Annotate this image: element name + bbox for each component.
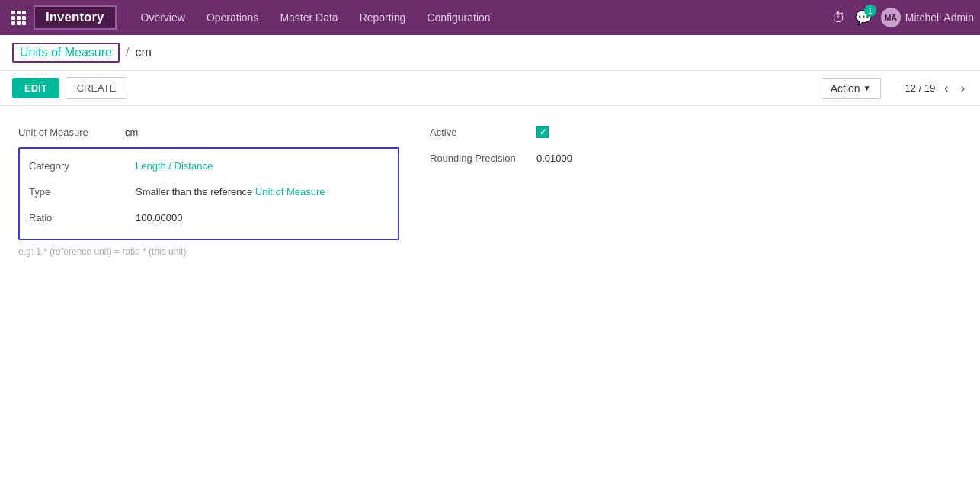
form-right: Active Rounding Precision 0.01000 — [430, 121, 962, 257]
form-content: Unit of Measure cm Category Length / Dis… — [0, 106, 980, 272]
svg-rect-8 — [22, 21, 26, 25]
breadcrumb: Units of Measure / cm — [0, 35, 980, 71]
unit-of-measure-label: Unit of Measure — [18, 127, 125, 138]
grid-menu-icon[interactable] — [6, 5, 30, 30]
ratio-value: 100.00000 — [136, 212, 182, 223]
rounding-precision-row: Rounding Precision 0.01000 — [430, 147, 962, 169]
nav-operations[interactable]: Operations — [197, 7, 267, 28]
svg-rect-1 — [17, 11, 21, 14]
pagination-text: 12 / 19 — [905, 82, 936, 94]
action-dropdown[interactable]: Action ▼ — [821, 78, 881, 99]
svg-rect-3 — [11, 16, 15, 20]
hint-text: e.g: 1 * (reference unit) = ratio * (thi… — [18, 246, 399, 257]
unit-of-measure-row: Unit of Measure cm — [18, 121, 399, 143]
avatar: MA — [881, 8, 901, 27]
main-nav: Overview Operations Master Data Reportin… — [132, 7, 832, 28]
action-label: Action — [831, 82, 860, 95]
type-value: Smaller than the reference Unit of Measu… — [136, 186, 325, 198]
category-value[interactable]: Length / Distance — [136, 160, 213, 172]
rounding-precision-label: Rounding Precision — [430, 153, 536, 164]
nav-master-data[interactable]: Master Data — [271, 7, 347, 28]
clock-icon[interactable]: ⏱ — [832, 10, 846, 26]
breadcrumb-parent[interactable]: Units of Measure — [12, 43, 120, 63]
chevron-down-icon: ▼ — [863, 84, 871, 92]
navbar-right: ⏱ 💬 1 MA Mitchell Admin — [832, 8, 974, 27]
chat-badge: 1 — [864, 5, 876, 17]
category-row: Category Length / Distance — [29, 155, 389, 176]
navbar: Inventory Overview Operations Master Dat… — [0, 0, 980, 35]
type-label: Type — [29, 186, 136, 198]
svg-rect-2 — [22, 11, 26, 14]
type-value-link[interactable]: Unit of Measure — [255, 186, 325, 198]
category-label: Category — [29, 160, 136, 172]
active-row: Active — [430, 121, 962, 143]
svg-rect-5 — [22, 16, 26, 20]
ratio-label: Ratio — [29, 212, 136, 223]
pagination: 12 / 19 ‹ › — [905, 82, 968, 95]
next-page-button[interactable]: › — [958, 82, 968, 95]
svg-rect-7 — [17, 21, 21, 25]
svg-rect-6 — [11, 21, 15, 25]
chat-icon[interactable]: 💬 1 — [855, 9, 872, 26]
form-left: Unit of Measure cm Category Length / Dis… — [18, 121, 399, 257]
breadcrumb-current: cm — [135, 46, 151, 59]
edit-button[interactable]: EDIT — [12, 78, 59, 98]
unit-of-measure-value: cm — [125, 127, 138, 138]
create-button[interactable]: CREATE — [66, 77, 128, 99]
active-checkbox[interactable] — [536, 126, 549, 138]
nav-reporting[interactable]: Reporting — [351, 7, 415, 28]
breadcrumb-separator: / — [126, 46, 129, 59]
action-bar: EDIT CREATE Action ▼ 12 / 19 ‹ › — [0, 71, 980, 106]
rounding-precision-value: 0.01000 — [536, 153, 572, 164]
type-value-prefix: Smaller than the reference — [136, 186, 255, 198]
active-label: Active — [430, 127, 536, 138]
user-name: Mitchell Admin — [905, 11, 974, 24]
nav-overview[interactable]: Overview — [132, 7, 194, 28]
nav-configuration[interactable]: Configuration — [418, 7, 499, 28]
app-title[interactable]: Inventory — [34, 5, 117, 30]
svg-rect-4 — [17, 16, 21, 20]
bordered-section: Category Length / Distance Type Smaller … — [18, 147, 399, 240]
svg-rect-0 — [11, 11, 15, 14]
user-menu[interactable]: MA Mitchell Admin — [881, 8, 974, 27]
prev-page-button[interactable]: ‹ — [941, 82, 951, 95]
type-row: Type Smaller than the reference Unit of … — [29, 181, 389, 202]
ratio-row: Ratio 100.00000 — [29, 207, 389, 228]
